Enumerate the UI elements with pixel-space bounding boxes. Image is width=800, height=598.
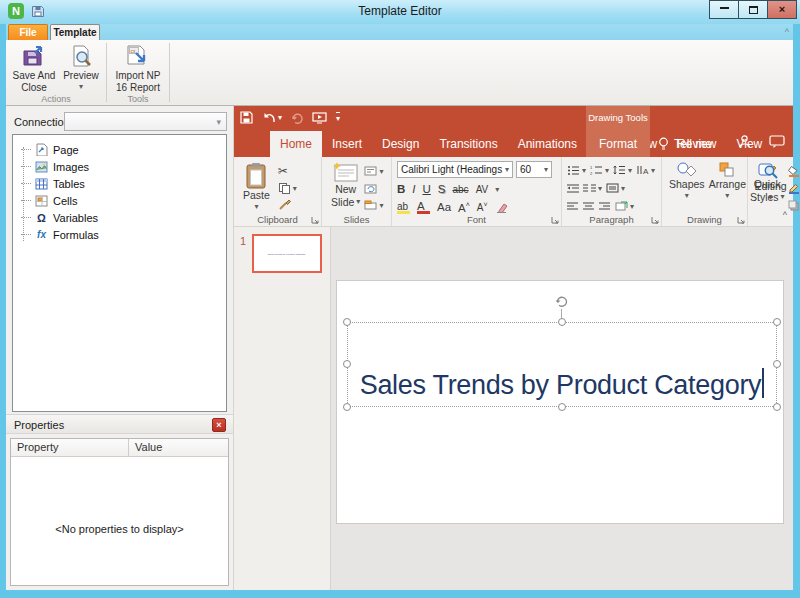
rotate-handle[interactable] <box>554 294 569 309</box>
tree-item-variables[interactable]: Ω Variables <box>21 209 226 226</box>
shapes-button[interactable]: Shapes ▾ <box>667 161 707 213</box>
tree-item-label: Cells <box>53 195 77 207</box>
collapse-ribbon-icon[interactable]: ^ <box>783 210 787 220</box>
ppt-save-icon[interactable] <box>240 111 253 124</box>
grow-font-button[interactable]: A˄ <box>458 201 470 214</box>
resize-handle-n[interactable] <box>558 318 566 326</box>
new-slide-button[interactable]: New Slide ▾ <box>327 161 364 213</box>
resize-handle-w[interactable] <box>343 360 351 368</box>
change-case-button[interactable]: Aa <box>437 201 451 213</box>
ppt-undo-button[interactable]: ▾ <box>262 112 282 123</box>
drawing-tools-contextual: Drawing Tools Format <box>586 106 650 157</box>
title-textbox[interactable]: Sales Trends by Product Category <box>347 322 777 407</box>
account-person-icon[interactable] <box>737 134 752 149</box>
resize-handle-s[interactable] <box>558 403 566 411</box>
slide-canvas[interactable]: Sales Trends by Product Category <box>331 227 793 590</box>
align-right-button[interactable] <box>599 202 610 211</box>
slide-1[interactable]: Sales Trends by Product Category <box>337 281 783 523</box>
resize-handle-se[interactable] <box>773 403 781 411</box>
font-name-combobox[interactable]: Calibri Light (Headings ▾ <box>397 161 513 178</box>
resize-handle-e[interactable] <box>773 360 781 368</box>
minimize-ribbon-icon[interactable]: ^ <box>785 27 789 37</box>
tab-file[interactable]: File <box>8 24 48 40</box>
ppt-tab-transitions[interactable]: Transitions <box>429 131 507 157</box>
reset-slide-button[interactable] <box>364 180 383 196</box>
ppt-tab-animations[interactable]: Animations <box>508 131 587 157</box>
paragraph-dialog-launcher[interactable] <box>651 216 659 224</box>
maximize-button[interactable] <box>738 0 768 19</box>
ppt-start-slideshow-icon[interactable] <box>312 112 327 124</box>
text-direction-button[interactable]: A ▾ <box>636 162 655 178</box>
resize-handle-sw[interactable] <box>343 403 351 411</box>
align-text-button[interactable]: ▾ <box>606 180 625 196</box>
tree-item-cells[interactable]: Cells <box>21 192 226 209</box>
template-editor-window: N Template Editor × File Template ^ Save… <box>0 0 800 598</box>
ppt-tab-design[interactable]: Design <box>372 131 429 157</box>
titlebar[interactable]: N Template Editor × <box>0 0 800 24</box>
font-color-button[interactable]: A <box>417 200 430 214</box>
clear-formatting-button[interactable] <box>495 202 508 213</box>
section-button[interactable]: ▾ <box>364 197 383 213</box>
text-shadow-button[interactable]: S <box>438 183 446 195</box>
dropdown-arrow-icon: ▾ <box>605 166 609 175</box>
import-np16-button[interactable]: cx Import NP 16 Report <box>110 43 166 93</box>
tree-item-tables[interactable]: Tables <box>21 175 226 192</box>
properties-col-value[interactable]: Value <box>129 439 162 456</box>
slide-thumbnail-1[interactable]: Sales Trends by Product Category <box>252 234 322 273</box>
resize-handle-nw[interactable] <box>343 318 351 326</box>
ppt-tab-format[interactable]: Format <box>586 131 650 157</box>
properties-col-property[interactable]: Property <box>11 439 129 456</box>
minimize-button[interactable] <box>709 0 739 19</box>
columns-button[interactable]: ▾ <box>583 180 602 196</box>
resize-handle-ne[interactable] <box>773 318 781 326</box>
qat-customize-icon[interactable]: ▾ <box>336 112 340 123</box>
connection-combobox[interactable]: ▾ <box>64 112 227 131</box>
ppt-redo-icon[interactable] <box>291 112 303 124</box>
cut-button[interactable]: ✂ <box>278 163 297 179</box>
editing-label: Editing <box>754 180 786 193</box>
paste-button[interactable]: Paste ▾ <box>239 161 274 213</box>
clipboard-dialog-launcher[interactable] <box>311 216 319 224</box>
strikethrough-button[interactable]: abc <box>453 184 469 195</box>
drawing-dialog-launcher[interactable] <box>737 216 745 224</box>
highlight-color-button[interactable]: ab <box>397 201 410 214</box>
ppt-tab-home[interactable]: Home <box>270 131 322 157</box>
italic-button[interactable]: I <box>412 183 415 195</box>
tell-me-button[interactable]: Tell me <box>658 131 712 157</box>
copy-button[interactable]: ▾ <box>278 180 297 196</box>
bold-button[interactable]: B <box>397 183 405 195</box>
decrease-indent-button[interactable] <box>567 180 579 196</box>
save-and-close-button[interactable]: Save And Close <box>8 43 60 93</box>
underline-button[interactable]: U <box>423 183 431 195</box>
format-painter-button[interactable] <box>278 197 297 213</box>
format-painter-icon <box>278 199 291 211</box>
shrink-font-button[interactable]: A˅ <box>477 201 488 213</box>
font-dialog-launcher[interactable] <box>551 216 559 224</box>
svg-text:cx: cx <box>131 48 137 54</box>
bullets-button[interactable]: ▾ <box>567 162 586 178</box>
close-button[interactable]: × <box>767 0 797 19</box>
convert-smartart-button[interactable]: ▾ <box>615 198 634 214</box>
editing-button[interactable]: Editing ▾ <box>753 163 788 203</box>
preview-button[interactable]: Preview ▾ <box>60 43 102 93</box>
tree-item-formulas[interactable]: fx Formulas <box>21 226 226 243</box>
window-title: Template Editor <box>0 4 800 18</box>
ppt-tab-insert[interactable]: Insert <box>322 131 372 157</box>
dropdown-arrow-icon: ▾ <box>293 184 297 193</box>
slide-layout-button[interactable]: ▾ <box>364 163 383 179</box>
shapes-label: Shapes <box>669 178 705 191</box>
numbering-button[interactable]: 12 ▾ <box>590 162 609 178</box>
comments-icon[interactable] <box>769 135 785 149</box>
character-spacing-button[interactable]: AV <box>476 184 489 195</box>
properties-close-button[interactable]: × <box>212 418 226 432</box>
slide-title-text[interactable]: Sales Trends by Product Category <box>360 370 762 400</box>
align-center-button[interactable] <box>583 202 594 211</box>
font-size-combobox[interactable]: 60 ▾ <box>516 161 552 178</box>
align-left-button[interactable] <box>567 202 578 211</box>
line-spacing-button[interactable]: ▾ <box>613 162 632 178</box>
arrange-button[interactable]: Arrange ▾ <box>707 161 748 213</box>
tree-item-page[interactable]: Page <box>21 141 226 158</box>
svg-text:1: 1 <box>590 165 593 170</box>
tab-template[interactable]: Template <box>50 24 100 40</box>
tree-item-images[interactable]: Images <box>21 158 226 175</box>
